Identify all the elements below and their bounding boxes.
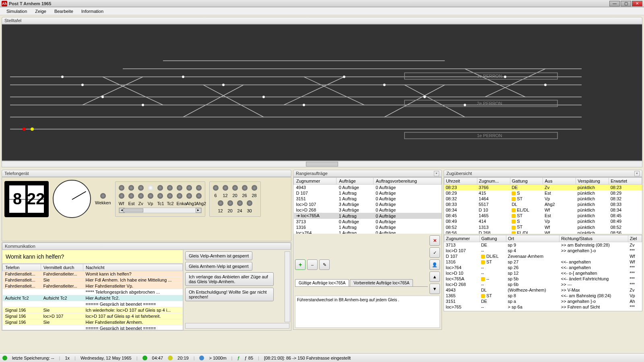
selector-dot[interactable] — [227, 200, 233, 206]
close-button[interactable]: ✕ — [632, 1, 642, 6]
zug2-row[interactable]: 1316 STsp 27<<- angehaltenWf — [444, 259, 642, 265]
rangier-table[interactable]: Zugnummer Aufträge Auftragsvorbereitung … — [293, 177, 442, 234]
selector-dot[interactable] — [186, 193, 192, 199]
komm-col-vermittelt[interactable]: Vermittelt durch — [41, 264, 83, 271]
menu-information[interactable]: Information — [77, 8, 107, 14]
selector-dot[interactable] — [237, 200, 243, 206]
zug2-row[interactable]: loc>765--> sp 6a>> Fahren auf Sicht*** — [444, 304, 642, 310]
zug-row[interactable]: 08:49414 SVppünktlich08:49 — [444, 218, 642, 224]
zug2-row[interactable]: loc>D 107--sp 4>> angehalten }-o*** — [444, 248, 642, 253]
selector-dot[interactable] — [213, 185, 219, 191]
rangier-row[interactable]: loc>7641 Auftrag0 Aufträge — [294, 230, 442, 234]
tab-gueltige[interactable]: Gültige Aufträge loc<765A — [295, 279, 349, 286]
rangier-row[interactable]: ➔ loc<765A1 Auftrag0 Aufträge — [294, 213, 442, 219]
zug2-row[interactable]: D 107 DL/ELZevenaar-ArnhemWf — [444, 253, 642, 259]
zug-row[interactable]: 08:29415 SEstpünktlich08:29 — [444, 190, 642, 196]
zug-row[interactable]: 08:321464 STVppünktlich08:32 — [444, 196, 642, 202]
confirm-icon[interactable]: ✓ — [429, 247, 440, 258]
move-up-icon[interactable]: ▲ — [429, 272, 440, 282]
komm-row[interactable]: Signal 196loc>D 107loc>D 107 auf Gleis s… — [3, 313, 183, 319]
rangier-row[interactable]: 49430 Aufträge0 Aufträge — [294, 185, 442, 191]
rangier-col-auftraege[interactable]: Aufträge — [336, 178, 373, 185]
komm-vscroll[interactable] — [285, 251, 290, 322]
komm-hscroll[interactable] — [185, 323, 289, 329]
zug2-col[interactable]: Zugnummer — [444, 235, 480, 242]
komm-row[interactable]: Signal 196SieHier Fahrdienstleiter Arnhe… — [3, 319, 183, 325]
selector-dot[interactable] — [128, 193, 134, 199]
komm-row[interactable]: ***** Telefongespräch abgebrochen ... — [3, 289, 183, 295]
zug2-row[interactable]: loc<765A --sp 5b<<- ändert Fahrtrichtung… — [444, 276, 642, 282]
response-btn-2[interactable]: Ich verlange das Anbieten aller Züge auf… — [185, 272, 274, 286]
selector-dot[interactable] — [223, 185, 228, 191]
selector-dot[interactable] — [252, 185, 257, 191]
zug2-row[interactable]: loc>D 10--sp 12<<- o-[ angehalten*** — [444, 270, 642, 276]
maximize-button[interactable]: ▢ — [621, 1, 631, 6]
tab-vorbereitete[interactable]: Vorbereitete Aufträge loc<765A — [350, 279, 413, 286]
rangier-memo[interactable]: Führerstandwechsel in Bft Arnhem-berg au… — [295, 296, 440, 328]
response-btn-3[interactable]: Oh Entschuldigung! Wollte Sie gar nicht … — [185, 288, 274, 301]
zug-row[interactable]: 08:451465 STEstpünktlich08:45 — [444, 213, 642, 218]
zug-col[interactable]: Erwartet — [609, 178, 642, 185]
selector-dot[interactable] — [138, 185, 144, 191]
komm-col-nachricht[interactable]: Nachricht — [83, 264, 183, 271]
rangier-row[interactable]: 37130 Aufträge0 Aufträge — [294, 219, 442, 224]
komm-row[interactable]: Aufsicht Tc2Aufsicht Tc2Hier Aufsicht Tc… — [3, 295, 183, 301]
person-icon[interactable]: 👤 — [429, 259, 440, 270]
rangier-row[interactable]: loc>D 1073 Aufträge0 Aufträge — [294, 202, 442, 207]
zug2-col[interactable]: Ort — [506, 235, 559, 242]
komm-row[interactable]: Fahrdienstleit...SieHier Fdl Arnhem. Ich… — [3, 277, 183, 283]
track-diagram[interactable]: 3e PERRON 2e PERRON 1e PERRON — [2, 24, 642, 161]
selector-dot[interactable] — [148, 185, 153, 191]
zug2-col[interactable]: Ziel — [628, 235, 642, 242]
zug2-row[interactable]: 3713DEsp 9>> am Bahnsteig (08:28)Zv — [444, 242, 642, 248]
zug2-row[interactable]: loc>764--sp 26<<- angehalten*** — [444, 265, 642, 270]
selector-dot[interactable] — [177, 193, 182, 199]
komm-row[interactable]: Fahrdienstleit...Fahrdienstleiter...Womi… — [3, 271, 183, 277]
selector-dot[interactable] — [167, 193, 173, 199]
selector-dot[interactable] — [157, 185, 163, 191]
selector-dot[interactable] — [128, 185, 134, 191]
selector-dot[interactable] — [148, 193, 153, 199]
menu-bearbeite[interactable]: Bearbeite — [50, 8, 77, 14]
komm-col-telefon[interactable]: Telefon — [3, 264, 41, 271]
selector-dot[interactable] — [138, 193, 144, 199]
rangier-col-vorbereitung[interactable]: Auftragsvorbereitung — [373, 178, 441, 185]
zug-status-table[interactable]: ZugnummerGattungOrtRichtung/StatusZiel37… — [444, 234, 642, 311]
zug2-row[interactable]: 3151DEsp a>> angehalten ]-oAh — [444, 298, 642, 304]
track-hscroll[interactable] — [2, 161, 642, 167]
rangier-row[interactable]: 13161 Auftrag0 Aufträge — [294, 224, 442, 230]
minimize-button[interactable]: — — [609, 1, 620, 6]
station-scroll[interactable]: ◄► — [119, 208, 202, 213]
zug-col[interactable]: Uhrzeit — [444, 178, 477, 185]
rangier-close-icon[interactable]: × — [434, 171, 439, 176]
selector-dot[interactable] — [119, 185, 124, 191]
edit-icon[interactable]: ✎ — [319, 259, 330, 270]
zug2-row[interactable]: 4943DL(Wolfheze-Arnhem)>> V-MaxZv — [444, 287, 642, 293]
zug-row[interactable]: 08:34D 10 EL/DLWfpünktlich08:34 — [444, 207, 642, 213]
zug2-col[interactable]: Richtung/Status — [559, 235, 628, 242]
zug2-row[interactable]: loc>D 268--sp 6b>> ---*** — [444, 282, 642, 287]
selector-dot[interactable] — [242, 185, 248, 191]
add-icon[interactable]: + — [295, 259, 305, 270]
komm-row[interactable]: ===== Gespräch ist beendet ===== — [3, 301, 183, 307]
selector-dot[interactable] — [157, 193, 163, 199]
zug-col[interactable]: Aus — [543, 178, 576, 185]
remove-icon[interactable]: – — [307, 259, 318, 270]
zug2-col[interactable]: Gattung — [479, 235, 506, 242]
selector-dot[interactable] — [247, 200, 252, 206]
komm-row[interactable]: ===== Gespräch ist beendet ===== — [3, 325, 183, 331]
selector-dot[interactable] — [167, 185, 173, 191]
rangier-col-zug[interactable]: Zugnummer — [294, 178, 336, 185]
selector-dot[interactable] — [196, 185, 202, 191]
selector-dot[interactable] — [232, 185, 238, 191]
selector-dot[interactable] — [218, 200, 223, 206]
cancel-icon[interactable]: ✕ — [429, 235, 440, 246]
zug-col[interactable]: Zugnum... — [477, 178, 510, 185]
zug-row[interactable]: 08:521313 STWfpünktlich08:52 — [444, 224, 642, 230]
zug-close-icon[interactable]: × — [634, 171, 640, 176]
selector-dot[interactable] — [177, 185, 182, 191]
zug-col[interactable]: Gattung — [510, 178, 543, 185]
response-btn-0[interactable]: Gleis Velp-Arnhem ist gesperrt — [185, 251, 252, 260]
move-down-icon[interactable]: ▼ — [429, 284, 440, 294]
zug-col[interactable]: Verspätung — [576, 178, 609, 185]
